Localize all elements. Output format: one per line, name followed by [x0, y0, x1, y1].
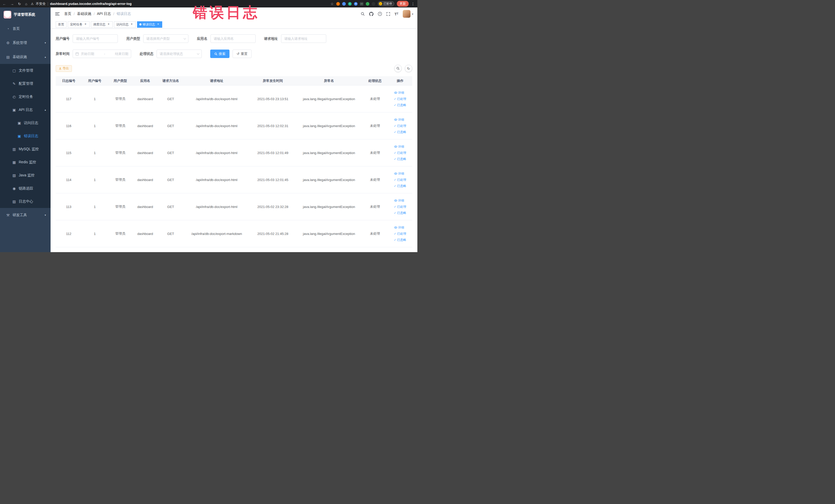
- sidebar-item-file[interactable]: ▢文件管理: [0, 64, 50, 77]
- sidebar-item-redis[interactable]: ▦Redis 监控: [0, 156, 50, 169]
- font-size-icon[interactable]: TT: [394, 12, 399, 16]
- cell-user-id: 1: [82, 113, 107, 139]
- action-processed[interactable]: ✓已处理: [394, 231, 406, 236]
- paused-pill[interactable]: ☺ 已暂停: [378, 1, 394, 6]
- tab-访问日志[interactable]: 访问日志×: [114, 21, 136, 28]
- cell-status: 未处理: [362, 139, 388, 166]
- request-url-label: 请求地址: [264, 37, 278, 41]
- action-detail[interactable]: 详细: [394, 144, 404, 149]
- action-detail[interactable]: 详细: [394, 90, 404, 95]
- ext-green-leaf-icon[interactable]: [366, 2, 369, 6]
- update-button[interactable]: 更新: [397, 1, 409, 7]
- breadcrumb-item[interactable]: API 日志: [97, 12, 111, 16]
- app-logo[interactable]: 芋道管理系统: [0, 7, 50, 22]
- back-icon[interactable]: ←: [3, 2, 6, 6]
- eye-icon: [394, 199, 398, 202]
- cell-app-name: dashboard: [133, 113, 158, 139]
- app-name-input[interactable]: [210, 35, 256, 43]
- sidebar-item-dev-tools[interactable]: ⚒研发工具▾: [0, 208, 50, 222]
- action-processed[interactable]: ✓已处理: [394, 205, 406, 209]
- chevron-up-icon: ▴: [45, 56, 46, 58]
- table-row: 1141管理员dashboardGET/api/infra/db-doc/exp…: [56, 166, 412, 193]
- address-bar[interactable]: ⚠ 不安全 dashboard.yudao.iocoder.cn/infra/l…: [31, 2, 132, 6]
- ext-blue-drop-icon[interactable]: [342, 2, 346, 6]
- sidebar-item-trace[interactable]: ◉链路追踪: [0, 182, 50, 195]
- user-type-select[interactable]: 请选择用户类型: [143, 35, 188, 43]
- hamburger-icon[interactable]: [55, 11, 60, 16]
- close-tab-icon[interactable]: ×: [84, 23, 87, 26]
- ext-on-badge-icon[interactable]: on: [360, 2, 364, 6]
- breadcrumb-item[interactable]: 首页: [64, 12, 72, 16]
- action-ignored[interactable]: ✓已忽略: [394, 157, 406, 161]
- ext-paw-icon[interactable]: [372, 2, 375, 6]
- tab-错误日志[interactable]: 错误日志×: [137, 21, 162, 28]
- cell-user-type: 管理员: [108, 193, 133, 220]
- close-tab-icon[interactable]: ×: [156, 23, 160, 26]
- user-id-input[interactable]: [73, 35, 118, 43]
- action-ignored[interactable]: ✓已忽略: [394, 130, 406, 134]
- action-ignored[interactable]: ✓已忽略: [394, 211, 406, 215]
- tab-首页[interactable]: 首页: [56, 21, 66, 28]
- close-tab-icon[interactable]: ×: [130, 23, 134, 26]
- cell-user-type: 管理员: [108, 220, 133, 247]
- action-detail[interactable]: 详细: [394, 118, 404, 122]
- process-status-select[interactable]: 请选择处理状态: [157, 49, 202, 58]
- url-text[interactable]: dashboard.yudao.iocoder.cn/infra/log/api…: [50, 2, 132, 6]
- sidebar-item-error-log[interactable]: ▣错误日志: [0, 129, 50, 142]
- action-ignored[interactable]: ✓已忽略: [394, 103, 406, 107]
- sidebar-item-java[interactable]: ▧Java 监控: [0, 169, 50, 182]
- action-detail[interactable]: 详细: [394, 172, 404, 176]
- cell-user-id: 1: [82, 193, 107, 220]
- sidebar-item-access-log[interactable]: ▣访问日志: [0, 116, 50, 129]
- action-processed[interactable]: ✓已处理: [394, 178, 406, 182]
- sidebar-item-config[interactable]: ✎配置管理: [0, 77, 50, 90]
- export-button[interactable]: 导出: [56, 65, 72, 72]
- logo-icon: [4, 11, 11, 19]
- cell-method: GET: [158, 139, 184, 166]
- ext-green-circle-icon[interactable]: C: [348, 2, 352, 6]
- reset-button[interactable]: ↺ 重置: [232, 49, 251, 58]
- close-tab-icon[interactable]: ×: [107, 23, 110, 26]
- cell-status: 未处理: [362, 193, 388, 220]
- sidebar-item-system[interactable]: ⚙系统管理▾: [0, 36, 50, 50]
- action-processed[interactable]: ✓已处理: [394, 97, 406, 101]
- sidebar-item-mysql[interactable]: ▥MySQL 监控: [0, 142, 50, 156]
- ext-orange-icon[interactable]: [336, 2, 340, 6]
- home-icon[interactable]: ⌂: [25, 2, 27, 6]
- search-button[interactable]: 搜索: [210, 49, 229, 58]
- action-ignored[interactable]: ✓已忽略: [394, 184, 406, 188]
- github-icon[interactable]: [369, 12, 373, 16]
- action-processed[interactable]: ✓已处理: [394, 124, 406, 128]
- request-url-input[interactable]: [281, 35, 326, 43]
- bookmark-star-icon[interactable]: ☆: [330, 2, 334, 6]
- fullscreen-icon[interactable]: [386, 12, 390, 16]
- breadcrumb-separator: /: [74, 12, 75, 16]
- breadcrumb: 首页/基础设施/API 日志/错误日志: [64, 12, 131, 16]
- reload-icon[interactable]: ↻: [18, 2, 21, 6]
- sidebar-item-api-log[interactable]: ▣API 日志▴: [0, 103, 50, 116]
- sidebar-item-job[interactable]: ◴定时任务: [0, 90, 50, 103]
- sidebar-item-home[interactable]: ◔首页: [0, 22, 50, 36]
- forward-icon[interactable]: →: [10, 2, 14, 6]
- check-icon: ✓: [394, 157, 396, 161]
- breadcrumb-item[interactable]: 基础设施: [77, 12, 91, 16]
- tab-定时任务[interactable]: 定时任务×: [68, 21, 89, 28]
- help-icon[interactable]: ?: [378, 12, 382, 16]
- action-detail[interactable]: 详细: [394, 199, 404, 203]
- date-range-picker[interactable]: 开始日期 - 结束日期: [73, 49, 131, 58]
- search-toggle-button[interactable]: [394, 65, 402, 72]
- sidebar-item-infra[interactable]: ▤基础设施▴: [0, 50, 50, 64]
- action-ignored[interactable]: ✓已忽略: [394, 238, 406, 242]
- infra-icon: ▤: [5, 55, 11, 59]
- kebab-menu-icon[interactable]: ⋮: [411, 2, 415, 6]
- refresh-button[interactable]: ↻: [405, 65, 412, 72]
- ext-blue-grid-icon[interactable]: ⊞: [354, 2, 358, 6]
- action-processed[interactable]: ✓已处理: [394, 151, 406, 155]
- user-menu[interactable]: ▾: [403, 10, 413, 18]
- sidebar-item-log-center[interactable]: ▨日志中心: [0, 195, 50, 208]
- table-row: 1161管理员dashboardGET/api/infra/db-doc/exp…: [56, 113, 412, 139]
- action-detail[interactable]: 详细: [394, 225, 404, 230]
- search-icon[interactable]: [361, 12, 365, 16]
- tab-调度日志[interactable]: 调度日志×: [91, 21, 113, 28]
- navbar: 首页/基础设施/API 日志/错误日志 ? TT: [50, 7, 418, 20]
